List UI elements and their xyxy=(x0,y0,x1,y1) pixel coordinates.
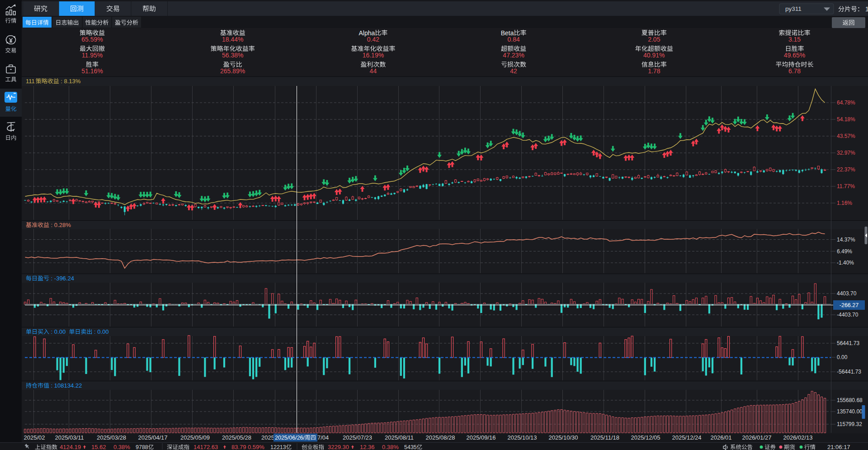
svg-text:2025/10/13: 2025/10/13 xyxy=(507,434,537,441)
svg-text:: 0.28%: : 0.28% xyxy=(49,222,71,228)
svg-text:54.18%: 54.18% xyxy=(837,116,855,123)
svg-text:2025/08/28: 2025/08/28 xyxy=(425,434,455,441)
svg-text:111: 111 xyxy=(26,78,35,85)
svg-text:2025/12/05: 2025/12/05 xyxy=(631,434,660,441)
svg-text:1.78: 1.78 xyxy=(648,67,660,75)
svg-text:40.91%: 40.91% xyxy=(643,52,665,59)
svg-text:2026/01: 2026/01 xyxy=(711,434,732,441)
svg-text:5435: 5435 xyxy=(404,444,417,450)
svg-text:2025/06/26/: 2025/06/26/ xyxy=(275,435,305,441)
svg-text:155680.68: 155680.68 xyxy=(837,397,863,403)
svg-text:2025/07/23: 2025/07/23 xyxy=(343,434,372,441)
svg-text:32.97%: 32.97% xyxy=(837,150,855,156)
svg-text:2025/10/30: 2025/10/30 xyxy=(548,434,578,441)
svg-text:2025/05/28: 2025/05/28 xyxy=(222,434,251,441)
svg-text:265.89%: 265.89% xyxy=(220,67,245,75)
svg-text:2025/05/09: 2025/05/09 xyxy=(180,434,210,441)
svg-text:2026/02/13: 2026/02/13 xyxy=(783,434,812,441)
svg-text:: 0.00: : 0.00 xyxy=(92,328,108,335)
svg-text:135740.00: 135740.00 xyxy=(837,408,863,415)
svg-text:: -396.24: : -396.24 xyxy=(49,275,74,282)
svg-text:11.77%: 11.77% xyxy=(837,183,855,189)
svg-text:2025/03/11: 2025/03/11 xyxy=(55,434,84,441)
svg-text:47.23%: 47.23% xyxy=(503,52,524,59)
svg-text:2.05: 2.05 xyxy=(648,36,660,43)
svg-text:18.44%: 18.44% xyxy=(222,36,243,43)
svg-text:65.59%: 65.59% xyxy=(81,36,103,43)
svg-text:56441.73: 56441.73 xyxy=(837,340,859,346)
svg-text:7/04: 7/04 xyxy=(317,434,329,441)
svg-text:0.42: 0.42 xyxy=(367,36,379,43)
svg-text:2025/12/24: 2025/12/24 xyxy=(672,434,701,441)
svg-text:: 8.13%: : 8.13% xyxy=(59,78,81,85)
svg-text:43.57%: 43.57% xyxy=(837,133,855,139)
svg-text:2025/11/18: 2025/11/18 xyxy=(590,434,619,441)
svg-text:11.95%: 11.95% xyxy=(82,52,103,59)
svg-text:115799.32: 115799.32 xyxy=(837,421,862,427)
svg-text:py311: py311 xyxy=(785,5,802,12)
svg-text:: 108134.22: : 108134.22 xyxy=(49,382,82,389)
svg-text:2025/08/11: 2025/08/11 xyxy=(385,434,414,441)
svg-text:4124.19: 4124.19 xyxy=(60,444,81,450)
svg-text:21:06:17: 21:06:17 xyxy=(827,444,850,450)
svg-text:1.16%: 1.16% xyxy=(837,200,852,206)
svg-text:0.84: 0.84 xyxy=(507,36,519,43)
svg-text:42: 42 xyxy=(510,67,517,75)
svg-text:0.59%: 0.59% xyxy=(248,444,264,450)
svg-text:2025: 2025 xyxy=(261,434,274,441)
svg-text:51.16%: 51.16% xyxy=(81,67,103,75)
svg-text:49.65%: 49.65% xyxy=(784,52,805,59)
svg-text:83.79: 83.79 xyxy=(231,444,246,450)
svg-text:3229.30: 3229.30 xyxy=(328,444,349,450)
svg-text:3.15: 3.15 xyxy=(788,36,801,43)
svg-text:4403.70: 4403.70 xyxy=(837,290,857,297)
svg-text:-1.40%: -1.40% xyxy=(837,260,854,266)
svg-text:56.38%: 56.38% xyxy=(222,52,243,59)
svg-text:44: 44 xyxy=(370,67,377,75)
svg-text:2025/03/28: 2025/03/28 xyxy=(97,434,126,441)
svg-text:0.38%: 0.38% xyxy=(113,444,130,450)
svg-text:14.37%: 14.37% xyxy=(837,237,855,243)
svg-text:2026/01/27: 2026/01/27 xyxy=(742,434,771,441)
svg-text:-4403.70: -4403.70 xyxy=(837,312,859,318)
svg-text:9788: 9788 xyxy=(136,444,148,450)
svg-text:6.78: 6.78 xyxy=(788,67,801,75)
svg-text:15.62: 15.62 xyxy=(91,444,106,450)
svg-text:14172.63: 14172.63 xyxy=(193,444,218,450)
svg-text:2025/02: 2025/02 xyxy=(24,434,45,441)
svg-text:0.38%: 0.38% xyxy=(382,444,399,450)
svg-text:16.19%: 16.19% xyxy=(363,52,384,59)
svg-text:1: 1 xyxy=(863,5,868,13)
svg-text:64.78%: 64.78% xyxy=(837,99,855,106)
svg-text:22.37%: 22.37% xyxy=(837,166,855,173)
svg-text:-266.27: -266.27 xyxy=(840,302,859,308)
svg-text:2025/04/17: 2025/04/17 xyxy=(138,434,167,441)
svg-text:12.36: 12.36 xyxy=(360,444,375,450)
svg-text:: 0.00: : 0.00 xyxy=(49,328,69,335)
svg-text:0.00: 0.00 xyxy=(837,354,848,360)
svg-text:12213: 12213 xyxy=(270,444,286,450)
svg-text:2025/09/16: 2025/09/16 xyxy=(466,434,495,441)
svg-text:-56441.73: -56441.73 xyxy=(837,369,861,375)
svg-text:6.49%: 6.49% xyxy=(837,248,852,255)
